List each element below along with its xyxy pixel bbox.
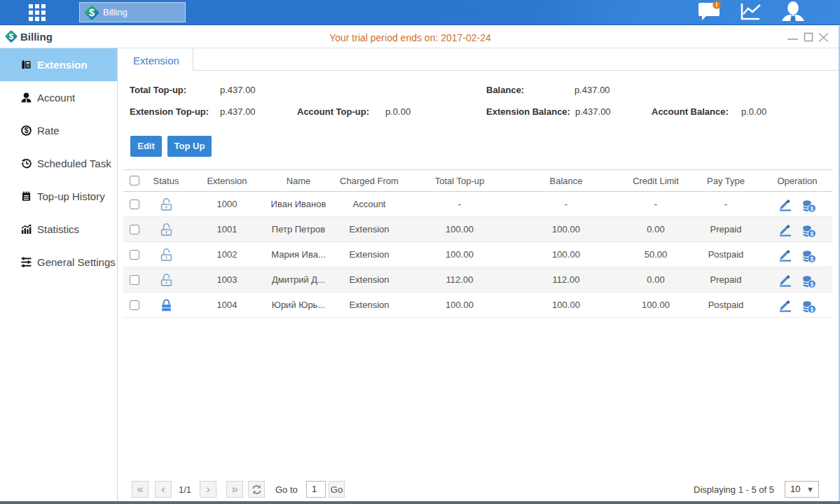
svg-text:$: $ [810,255,813,262]
svg-text:$: $ [810,280,813,287]
svg-text:!: ! [715,1,717,8]
svg-text:$: $ [810,305,813,312]
svg-text:$: $ [810,204,813,211]
svg-text:$: $ [25,127,29,134]
svg-text:$: $ [810,230,813,237]
svg-text:$: $ [89,6,95,18]
